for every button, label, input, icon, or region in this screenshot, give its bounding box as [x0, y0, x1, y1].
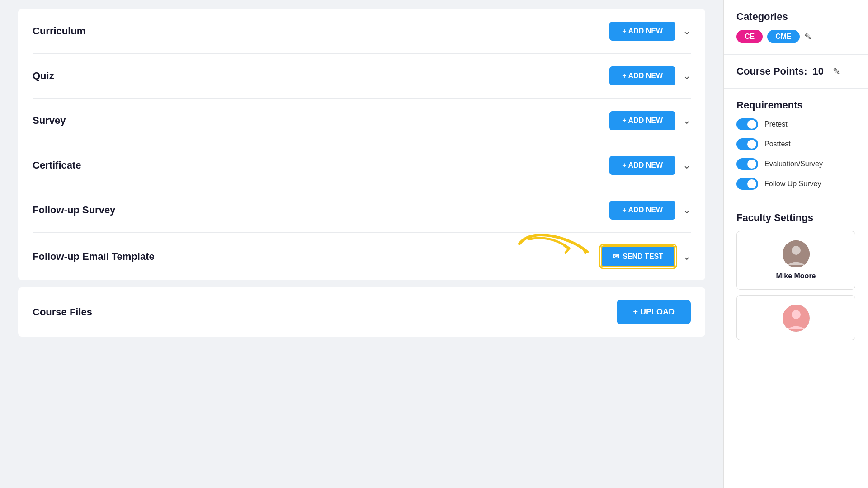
svg-point-2: [792, 246, 801, 255]
categories-edit-icon[interactable]: ✎: [804, 31, 812, 42]
section-row-quiz: Quiz + ADD NEW ⌄: [33, 54, 691, 99]
certificate-chevron-icon[interactable]: ⌄: [683, 160, 691, 171]
section-row-curriculum: Curriculum + ADD NEW ⌄: [33, 9, 691, 54]
requirement-followup: Follow Up Survey: [736, 178, 855, 190]
faculty-mike-moore: Mike Moore: [736, 231, 855, 290]
quiz-chevron-icon[interactable]: ⌄: [683, 70, 691, 82]
followup-email-title: Follow-up Email Template: [33, 251, 155, 263]
mike-moore-avatar: [783, 240, 810, 267]
upload-button[interactable]: + UPLOAD: [617, 300, 691, 324]
mike-moore-name: Mike Moore: [776, 272, 816, 280]
certificate-title: Certificate: [33, 160, 81, 171]
categories-title: Categories: [736, 11, 855, 23]
posttest-toggle[interactable]: [736, 138, 758, 150]
requirement-posttest: Posttest: [736, 138, 855, 150]
ce-badge: CE: [736, 30, 763, 43]
course-points-edit-icon[interactable]: ✎: [833, 66, 840, 77]
evaluation-label: Evaluation/Survey: [764, 160, 823, 168]
course-files-card: Course Files + UPLOAD: [18, 287, 705, 337]
followup-survey-actions: + ADD NEW ⌄: [609, 201, 691, 220]
quiz-actions: + ADD NEW ⌄: [609, 66, 691, 85]
requirements-list: Pretest Posttest Evaluation/Survey: [736, 118, 855, 190]
followup-survey-chevron-icon[interactable]: ⌄: [683, 204, 691, 216]
page-wrapper: Curriculum + ADD NEW ⌄ Quiz + ADD NEW ⌄ …: [0, 0, 868, 488]
curriculum-title: Curriculum: [33, 25, 85, 37]
requirement-evaluation: Evaluation/Survey: [736, 158, 855, 170]
categories-section: Categories CE CME ✎: [724, 0, 868, 55]
left-panel: Curriculum + ADD NEW ⌄ Quiz + ADD NEW ⌄ …: [0, 0, 723, 488]
course-points-section: Course Points: 10 ✎: [724, 55, 868, 89]
certificate-add-new-button[interactable]: + ADD NEW: [609, 156, 675, 175]
followup-survey-add-new-button[interactable]: + ADD NEW: [609, 201, 675, 220]
annotation-arrow: [515, 230, 605, 271]
pretest-label: Pretest: [764, 120, 788, 128]
course-points-row: Course Points: 10 ✎: [736, 66, 855, 77]
cme-badge: CME: [767, 30, 800, 43]
evaluation-toggle[interactable]: [736, 158, 758, 170]
curriculum-actions: + ADD NEW ⌄: [609, 22, 691, 41]
faculty-member-2: [736, 295, 855, 340]
followup-survey-title: Follow-up Survey: [33, 204, 115, 216]
send-test-arrow-container: ✉ SEND TEST: [601, 245, 675, 267]
survey-add-new-button[interactable]: + ADD NEW: [609, 111, 675, 130]
curriculum-add-new-button[interactable]: + ADD NEW: [609, 22, 675, 41]
svg-marker-0: [582, 247, 587, 255]
categories-row: CE CME ✎: [736, 30, 855, 43]
send-test-label: SEND TEST: [623, 253, 663, 261]
pretest-toggle[interactable]: [736, 118, 758, 130]
send-icon: ✉: [613, 252, 619, 261]
section-row-survey: Survey + ADD NEW ⌄: [33, 99, 691, 143]
svg-point-4: [792, 310, 801, 319]
certificate-actions: + ADD NEW ⌄: [609, 156, 691, 175]
faculty-settings-section: Faculty Settings Mike Moore: [724, 201, 868, 357]
right-sidebar: Categories CE CME ✎ Course Points: 10 ✎ …: [723, 0, 868, 488]
requirements-title: Requirements: [736, 99, 855, 111]
course-files-title: Course Files: [33, 306, 92, 318]
send-test-button[interactable]: ✉ SEND TEST: [601, 245, 675, 267]
section-row-certificate: Certificate + ADD NEW ⌄: [33, 143, 691, 188]
section-row-followup-email: Follow-up Email Template ✉ SEND TEST: [33, 233, 691, 280]
sections-card: Curriculum + ADD NEW ⌄ Quiz + ADD NEW ⌄ …: [18, 9, 705, 280]
faculty-settings-title: Faculty Settings: [736, 212, 855, 224]
quiz-title: Quiz: [33, 70, 54, 82]
survey-actions: + ADD NEW ⌄: [609, 111, 691, 130]
course-points-label: Course Points: 10: [736, 66, 824, 77]
curriculum-chevron-icon[interactable]: ⌄: [683, 25, 691, 37]
survey-chevron-icon[interactable]: ⌄: [683, 115, 691, 127]
requirement-pretest: Pretest: [736, 118, 855, 130]
posttest-label: Posttest: [764, 140, 791, 148]
faculty2-avatar: [783, 305, 810, 332]
followup-email-actions: ✉ SEND TEST ⌄: [601, 245, 691, 267]
survey-title: Survey: [33, 115, 66, 127]
quiz-add-new-button[interactable]: + ADD NEW: [609, 66, 675, 85]
section-row-followup-survey: Follow-up Survey + ADD NEW ⌄: [33, 188, 691, 233]
followup-label: Follow Up Survey: [764, 180, 821, 188]
followup-email-chevron-icon[interactable]: ⌄: [683, 251, 691, 263]
followup-toggle[interactable]: [736, 178, 758, 190]
requirements-section: Requirements Pretest Posttest: [724, 89, 868, 201]
